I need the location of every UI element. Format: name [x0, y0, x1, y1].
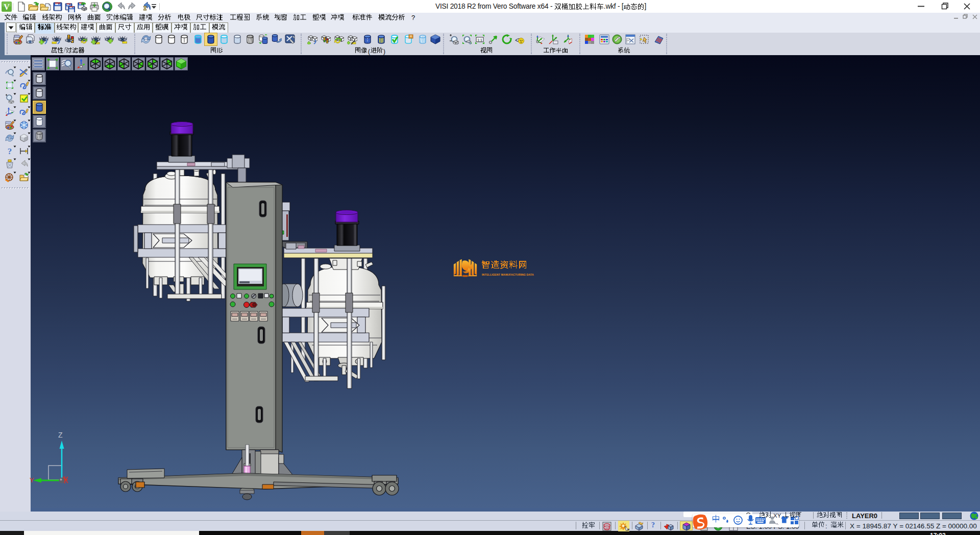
svg-text:Y: Y [30, 476, 34, 484]
svg-text:1:1: 1:1 [477, 38, 482, 42]
svg-text:?: ? [8, 147, 12, 156]
svg-text:INTELLIGENT MANUFACTURING DATA: INTELLIGENT MANUFACTURING DATA [482, 273, 534, 276]
svg-text:V: V [4, 3, 10, 11]
svg-text:Z: Z [58, 431, 63, 439]
